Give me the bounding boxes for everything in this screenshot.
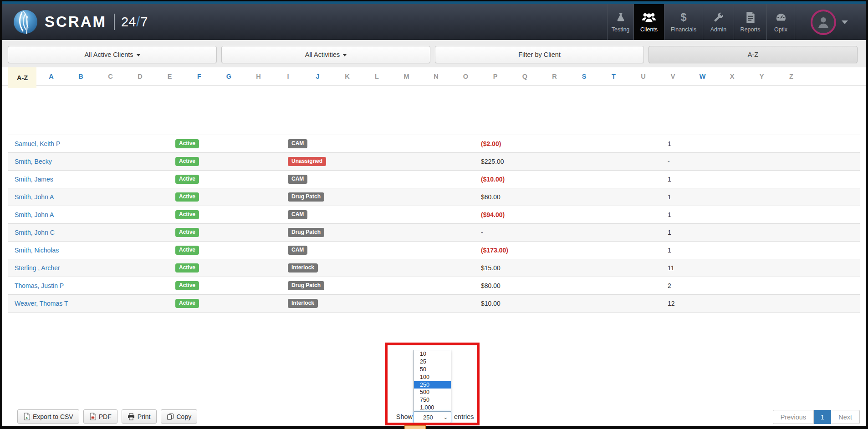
balance-cell: ($2.00) xyxy=(477,140,665,147)
client-name-link[interactable]: Weaver, Thomas T xyxy=(8,300,174,307)
alphabet-letter[interactable]: E xyxy=(155,67,184,86)
filter-by-client-button[interactable]: Filter by Client xyxy=(435,46,644,63)
page-size-option[interactable]: 750 xyxy=(414,396,451,404)
table-row: Thomas, Justin P Active Drug Patch $80.0… xyxy=(8,277,860,294)
status-badge: Active xyxy=(175,246,199,254)
alphabet-letter[interactable]: Q xyxy=(510,67,540,86)
nav-item-reports[interactable]: Reports xyxy=(734,4,766,40)
client-name-link[interactable]: Samuel, Keith P xyxy=(8,140,174,147)
nav-item-admin[interactable]: Admin xyxy=(703,4,734,40)
alphabet-letter[interactable]: H xyxy=(244,67,273,86)
client-name-link[interactable]: Smith, John C xyxy=(8,229,174,236)
button-label: PDF xyxy=(99,413,112,420)
client-name-link[interactable]: Smith, Becky xyxy=(8,158,174,165)
alphabet-letter[interactable]: O xyxy=(451,67,480,86)
window-frame-top xyxy=(0,0,868,1)
table-row: Smith, James Active CAM ($10.00) 1 xyxy=(8,170,860,188)
alphabet-letter[interactable]: P xyxy=(480,67,510,86)
client-name-link[interactable]: Smith, Nicholas xyxy=(8,247,174,254)
print-button[interactable]: Print xyxy=(122,409,157,424)
type-cell: CAM xyxy=(286,210,477,219)
status-cell: Active xyxy=(174,210,286,219)
alphabet-letter[interactable]: M xyxy=(392,67,421,86)
alphabet-letter[interactable]: D xyxy=(125,67,155,86)
brand-divider xyxy=(114,14,115,30)
previous-page-button[interactable]: Previous xyxy=(773,410,814,424)
alphabet-letter[interactable]: W xyxy=(688,67,717,86)
page-size-option[interactable]: 25 xyxy=(414,358,451,366)
nav-item-optix[interactable]: Optix xyxy=(766,4,795,40)
page-size-option[interactable]: 250 xyxy=(414,381,451,389)
balance-cell: $80.00 xyxy=(477,282,665,289)
balance-amount: $10.00 xyxy=(481,300,500,307)
alphabet-letter[interactable]: C xyxy=(96,67,125,86)
page-size-option-list: 10 25 50 100 250 500 750 1,000 xyxy=(414,350,451,412)
copy-button[interactable]: Copy xyxy=(161,409,198,424)
page-size-select[interactable]: 250 ⌄ xyxy=(414,412,451,423)
show-label: Show xyxy=(386,413,413,420)
balance-cell: $15.00 xyxy=(477,264,665,272)
export-to-csv-button[interactable]: x Export to CSV xyxy=(17,409,79,424)
alphabet-letter[interactable]: N xyxy=(421,67,451,86)
app-logo: SCRAM 24 / 7 xyxy=(13,6,148,38)
alphabet-letter[interactable]: T xyxy=(599,67,628,86)
page-size-option[interactable]: 500 xyxy=(414,389,451,396)
page-size-option[interactable]: 1,000 xyxy=(414,404,451,412)
nav-item-clients[interactable]: Clients xyxy=(633,4,664,40)
alphabet-letter[interactable]: U xyxy=(628,67,658,86)
status-cell: Active xyxy=(174,157,286,166)
monitoring-type-badge: Drug Patch xyxy=(288,281,324,290)
type-cell: Drug Patch xyxy=(286,192,477,201)
all-active-clients-dropdown[interactable]: All Active Clients xyxy=(8,46,217,63)
nav-item-financials[interactable]: $ Financials xyxy=(664,4,703,40)
alphabet-letter[interactable]: I xyxy=(273,67,303,86)
device-count: 1 xyxy=(665,211,860,218)
type-cell: CAM xyxy=(286,175,477,183)
alphabet-letter[interactable]: Y xyxy=(747,67,776,86)
alphabet-letter[interactable]: L xyxy=(362,67,392,86)
alphabet-letter[interactable]: A xyxy=(36,67,66,86)
alphabet-letter[interactable]: A-Z xyxy=(8,67,36,88)
page-size-option[interactable]: 50 xyxy=(414,366,451,373)
client-name-link[interactable]: Smith, James xyxy=(8,176,174,183)
flask-icon xyxy=(615,11,626,23)
alphabet-letter[interactable]: R xyxy=(540,67,569,86)
client-name-link[interactable]: Smith, John A xyxy=(8,193,174,201)
copy-icon xyxy=(167,413,174,420)
a-z-filter-button[interactable]: A-Z xyxy=(648,46,858,63)
pdf-button[interactable]: PDF xyxy=(83,409,117,424)
alphabet-letter[interactable]: Z xyxy=(776,67,806,86)
balance-amount: ($173.00) xyxy=(481,247,508,254)
alphabet-filter-bar: A-Z A B C D E F G H I J K L M N O xyxy=(0,67,868,86)
user-menu[interactable] xyxy=(795,4,863,40)
highlighted-element-partial xyxy=(404,425,426,429)
dropdown-label: All Active Clients xyxy=(84,51,133,58)
dropdown-label: All Activities xyxy=(305,51,340,58)
type-cell: CAM xyxy=(286,139,477,148)
page-size-option[interactable]: 100 xyxy=(414,373,451,381)
page-number-button[interactable]: 1 xyxy=(814,410,831,424)
status-badge: Active xyxy=(175,175,199,183)
chevron-down-icon: ⌄ xyxy=(444,414,448,420)
alphabet-letter[interactable]: F xyxy=(184,67,214,86)
page-size-option[interactable]: 10 xyxy=(414,350,451,358)
alphabet-letter[interactable]: X xyxy=(717,67,747,86)
nav-item-testing[interactable]: Testing xyxy=(607,4,633,40)
device-count: 2 xyxy=(665,282,860,289)
device-count: 1 xyxy=(665,247,860,254)
monitoring-type-badge: Unassigned xyxy=(288,157,326,166)
alphabet-letter[interactable]: G xyxy=(214,67,244,86)
client-name-link[interactable]: Smith, John A xyxy=(8,211,174,218)
next-page-button[interactable]: Next xyxy=(831,410,860,424)
status-cell: Active xyxy=(174,281,286,290)
all-activities-dropdown[interactable]: All Activities xyxy=(221,46,430,63)
button-label: Copy xyxy=(177,413,192,420)
alphabet-letter[interactable]: V xyxy=(658,67,688,86)
alphabet-letter[interactable]: K xyxy=(332,67,362,86)
wrench-icon xyxy=(713,11,724,23)
alphabet-letter[interactable]: S xyxy=(569,67,599,86)
alphabet-letter[interactable]: B xyxy=(66,67,96,86)
client-name-link[interactable]: Thomas, Justin P xyxy=(8,282,174,289)
alphabet-letter[interactable]: J xyxy=(303,67,332,86)
client-name-link[interactable]: Sterling , Archer xyxy=(8,264,174,272)
